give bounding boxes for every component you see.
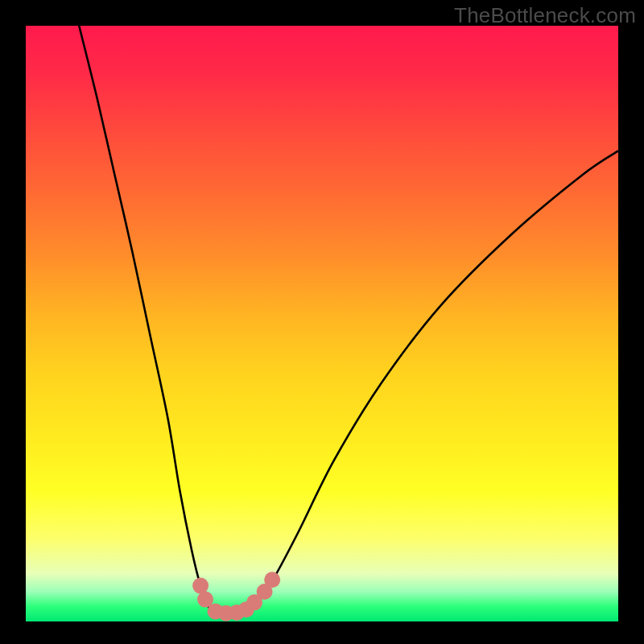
bottleneck-curve bbox=[79, 26, 618, 613]
chart-frame: TheBottleneck.com bbox=[0, 0, 644, 644]
chart-plot-area bbox=[26, 26, 618, 621]
valley-marker bbox=[192, 578, 208, 594]
chart-svg bbox=[26, 26, 618, 621]
valley-markers bbox=[192, 572, 280, 621]
watermark-text: TheBottleneck.com bbox=[454, 3, 636, 28]
valley-marker bbox=[264, 572, 280, 588]
